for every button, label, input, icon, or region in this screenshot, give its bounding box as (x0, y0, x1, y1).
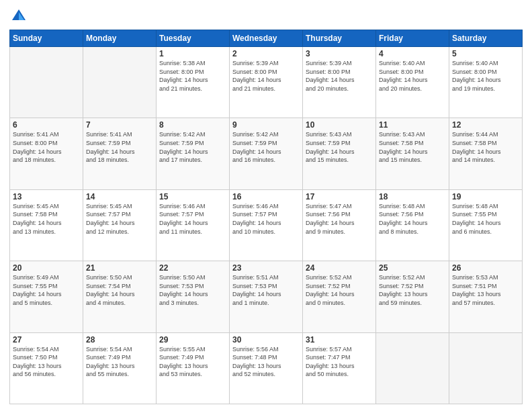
calendar-cell: 21Sunrise: 5:50 AM Sunset: 7:54 PM Dayli… (83, 261, 157, 332)
day-number: 26 (452, 263, 519, 273)
calendar-cell: 27Sunrise: 5:54 AM Sunset: 7:50 PM Dayli… (10, 332, 83, 404)
calendar-cell: 11Sunrise: 5:43 AM Sunset: 7:58 PM Dayli… (376, 118, 449, 189)
day-info: Sunrise: 5:46 AM Sunset: 7:57 PM Dayligh… (232, 202, 300, 236)
day-number: 13 (13, 192, 80, 201)
day-info: Sunrise: 5:50 AM Sunset: 7:53 PM Dayligh… (159, 273, 226, 307)
calendar-week-5: 27Sunrise: 5:54 AM Sunset: 7:50 PM Dayli… (10, 332, 523, 404)
day-info: Sunrise: 5:42 AM Sunset: 7:59 PM Dayligh… (232, 130, 300, 164)
logo (9, 7, 31, 26)
calendar-cell: 2Sunrise: 5:39 AM Sunset: 8:00 PM Daylig… (230, 47, 303, 118)
day-number: 14 (86, 192, 153, 201)
day-number: 2 (232, 49, 300, 58)
calendar-cell: 18Sunrise: 5:48 AM Sunset: 7:56 PM Dayli… (376, 189, 449, 261)
day-number: 25 (379, 263, 446, 273)
day-info: Sunrise: 5:40 AM Sunset: 8:00 PM Dayligh… (452, 59, 519, 93)
day-info: Sunrise: 5:47 AM Sunset: 7:56 PM Dayligh… (306, 202, 373, 236)
day-number: 1 (159, 49, 226, 58)
calendar-cell: 26Sunrise: 5:53 AM Sunset: 7:51 PM Dayli… (449, 261, 523, 332)
calendar-cell: 1Sunrise: 5:38 AM Sunset: 8:00 PM Daylig… (157, 47, 230, 118)
calendar-cell: 7Sunrise: 5:41 AM Sunset: 7:59 PM Daylig… (83, 118, 157, 189)
calendar-cell: 16Sunrise: 5:46 AM Sunset: 7:57 PM Dayli… (230, 189, 303, 261)
day-number: 9 (232, 120, 300, 130)
day-number: 18 (379, 192, 446, 201)
calendar-cell: 4Sunrise: 5:40 AM Sunset: 8:00 PM Daylig… (376, 47, 449, 118)
calendar-cell (449, 332, 523, 404)
day-number: 23 (232, 263, 300, 273)
day-number: 5 (452, 49, 519, 58)
day-number: 24 (306, 263, 373, 273)
day-info: Sunrise: 5:51 AM Sunset: 7:53 PM Dayligh… (232, 273, 300, 307)
day-info: Sunrise: 5:45 AM Sunset: 7:58 PM Dayligh… (13, 202, 80, 236)
day-number: 4 (379, 49, 446, 58)
calendar-cell: 20Sunrise: 5:49 AM Sunset: 7:55 PM Dayli… (10, 261, 83, 332)
day-info: Sunrise: 5:55 AM Sunset: 7:49 PM Dayligh… (159, 345, 226, 379)
calendar-cell: 30Sunrise: 5:56 AM Sunset: 7:48 PM Dayli… (230, 332, 303, 404)
day-info: Sunrise: 5:39 AM Sunset: 8:00 PM Dayligh… (306, 59, 373, 93)
day-number: 12 (452, 120, 519, 130)
day-info: Sunrise: 5:39 AM Sunset: 8:00 PM Dayligh… (232, 59, 300, 93)
calendar-cell: 14Sunrise: 5:45 AM Sunset: 7:57 PM Dayli… (83, 189, 157, 261)
day-info: Sunrise: 5:57 AM Sunset: 7:47 PM Dayligh… (306, 345, 373, 379)
calendar-cell: 12Sunrise: 5:44 AM Sunset: 7:58 PM Dayli… (449, 118, 523, 189)
day-info: Sunrise: 5:54 AM Sunset: 7:50 PM Dayligh… (13, 345, 80, 379)
day-number: 27 (13, 335, 80, 345)
day-info: Sunrise: 5:53 AM Sunset: 7:51 PM Dayligh… (452, 273, 519, 307)
calendar-header-sunday: Sunday (10, 30, 83, 47)
calendar-cell: 15Sunrise: 5:46 AM Sunset: 7:57 PM Dayli… (157, 189, 230, 261)
logo-icon (9, 7, 28, 26)
day-number: 16 (232, 192, 300, 201)
calendar-cell: 28Sunrise: 5:54 AM Sunset: 7:49 PM Dayli… (83, 332, 157, 404)
calendar-week-2: 6Sunrise: 5:41 AM Sunset: 8:00 PM Daylig… (10, 118, 523, 189)
day-info: Sunrise: 5:45 AM Sunset: 7:57 PM Dayligh… (86, 202, 153, 236)
day-number: 10 (306, 120, 373, 130)
calendar-cell: 6Sunrise: 5:41 AM Sunset: 8:00 PM Daylig… (10, 118, 83, 189)
day-number: 15 (159, 192, 226, 201)
calendar-table: SundayMondayTuesdayWednesdayThursdayFrid… (9, 30, 523, 404)
day-number: 20 (13, 263, 80, 273)
day-number: 22 (159, 263, 226, 273)
day-info: Sunrise: 5:49 AM Sunset: 7:55 PM Dayligh… (13, 273, 80, 307)
day-number: 17 (306, 192, 373, 201)
calendar-header-row: SundayMondayTuesdayWednesdayThursdayFrid… (10, 30, 523, 47)
day-info: Sunrise: 5:48 AM Sunset: 7:55 PM Dayligh… (452, 202, 519, 236)
calendar-week-3: 13Sunrise: 5:45 AM Sunset: 7:58 PM Dayli… (10, 189, 523, 261)
day-number: 29 (159, 335, 226, 345)
day-info: Sunrise: 5:54 AM Sunset: 7:49 PM Dayligh… (86, 345, 153, 379)
calendar-cell: 5Sunrise: 5:40 AM Sunset: 8:00 PM Daylig… (449, 47, 523, 118)
calendar-cell (10, 47, 83, 118)
calendar-cell (83, 47, 157, 118)
day-info: Sunrise: 5:43 AM Sunset: 7:59 PM Dayligh… (306, 130, 373, 164)
calendar-cell: 23Sunrise: 5:51 AM Sunset: 7:53 PM Dayli… (230, 261, 303, 332)
day-number: 8 (159, 120, 226, 130)
header (9, 7, 523, 26)
calendar-cell: 9Sunrise: 5:42 AM Sunset: 7:59 PM Daylig… (230, 118, 303, 189)
day-info: Sunrise: 5:50 AM Sunset: 7:54 PM Dayligh… (86, 273, 153, 307)
calendar-week-1: 1Sunrise: 5:38 AM Sunset: 8:00 PM Daylig… (10, 47, 523, 118)
calendar-cell: 10Sunrise: 5:43 AM Sunset: 7:59 PM Dayli… (303, 118, 376, 189)
day-number: 3 (306, 49, 373, 58)
day-info: Sunrise: 5:56 AM Sunset: 7:48 PM Dayligh… (232, 345, 300, 379)
day-info: Sunrise: 5:46 AM Sunset: 7:57 PM Dayligh… (159, 202, 226, 236)
day-info: Sunrise: 5:38 AM Sunset: 8:00 PM Dayligh… (159, 59, 226, 93)
day-number: 19 (452, 192, 519, 201)
calendar-cell (376, 332, 449, 404)
calendar-cell: 17Sunrise: 5:47 AM Sunset: 7:56 PM Dayli… (303, 189, 376, 261)
day-info: Sunrise: 5:40 AM Sunset: 8:00 PM Dayligh… (379, 59, 446, 93)
day-info: Sunrise: 5:42 AM Sunset: 7:59 PM Dayligh… (159, 130, 226, 164)
calendar-cell: 19Sunrise: 5:48 AM Sunset: 7:55 PM Dayli… (449, 189, 523, 261)
page: SundayMondayTuesdayWednesdayThursdayFrid… (0, 0, 532, 411)
day-info: Sunrise: 5:52 AM Sunset: 7:52 PM Dayligh… (306, 273, 373, 307)
day-info: Sunrise: 5:52 AM Sunset: 7:52 PM Dayligh… (379, 273, 446, 307)
calendar-cell: 29Sunrise: 5:55 AM Sunset: 7:49 PM Dayli… (157, 332, 230, 404)
calendar-header-tuesday: Tuesday (157, 30, 230, 47)
day-number: 30 (232, 335, 300, 345)
day-info: Sunrise: 5:41 AM Sunset: 7:59 PM Dayligh… (86, 130, 153, 164)
calendar-cell: 13Sunrise: 5:45 AM Sunset: 7:58 PM Dayli… (10, 189, 83, 261)
calendar-cell: 8Sunrise: 5:42 AM Sunset: 7:59 PM Daylig… (157, 118, 230, 189)
day-info: Sunrise: 5:41 AM Sunset: 8:00 PM Dayligh… (13, 130, 80, 164)
day-info: Sunrise: 5:43 AM Sunset: 7:58 PM Dayligh… (379, 130, 446, 164)
day-number: 28 (86, 335, 153, 345)
calendar-header-wednesday: Wednesday (230, 30, 303, 47)
day-number: 21 (86, 263, 153, 273)
calendar-header-thursday: Thursday (303, 30, 376, 47)
